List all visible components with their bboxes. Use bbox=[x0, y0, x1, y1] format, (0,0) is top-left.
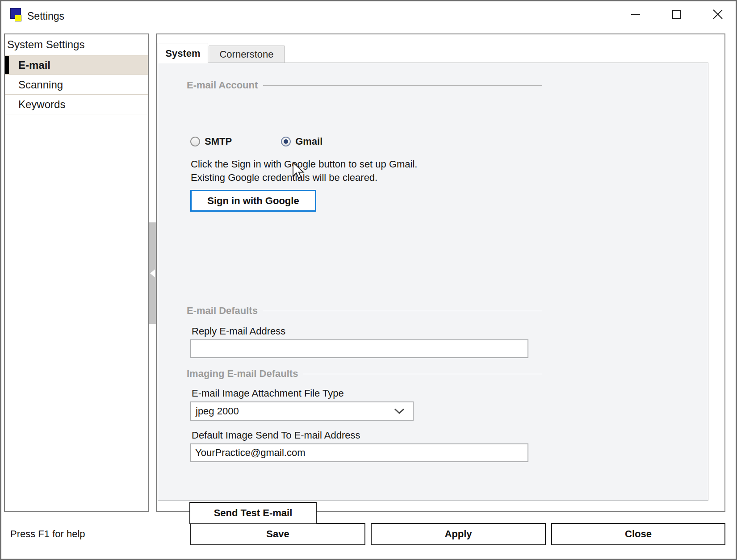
send-to-input[interactable] bbox=[190, 443, 528, 462]
chevron-down-icon bbox=[394, 405, 405, 417]
tab-system[interactable]: System bbox=[158, 43, 208, 63]
radio-selected-dot bbox=[284, 139, 288, 144]
group-rule bbox=[263, 311, 542, 311]
maximize-button[interactable] bbox=[657, 1, 697, 29]
help-text: Press F1 for help bbox=[10, 528, 85, 540]
smtp-radio[interactable] bbox=[190, 137, 200, 146]
reply-email-input[interactable] bbox=[190, 339, 528, 358]
minimize-button[interactable] bbox=[616, 1, 656, 29]
title-bar: Settings bbox=[1, 1, 736, 32]
save-button[interactable]: Save bbox=[190, 523, 365, 545]
group-heading-label: E-mail Account bbox=[187, 79, 258, 91]
file-type-label: E-mail Image Attachment File Type bbox=[192, 388, 344, 399]
sidebar-item-email[interactable]: E-mail bbox=[5, 55, 148, 75]
close-button[interactable] bbox=[698, 1, 737, 29]
send-test-email-button[interactable]: Send Test E-mail bbox=[189, 502, 317, 524]
sign-in-with-google-button[interactable]: Sign in with Google bbox=[190, 190, 316, 212]
sidebar: System Settings E-mail Scanning Keywords bbox=[4, 33, 149, 512]
group-heading-label: Imaging E-mail Defaults bbox=[187, 368, 298, 380]
gmail-radio[interactable] bbox=[281, 137, 291, 146]
sidebar-header: System Settings bbox=[5, 34, 148, 55]
sidebar-item-label: Scanning bbox=[18, 79, 63, 91]
system-tab-page: E-mail Account SMTP Gmail Click the Sign… bbox=[158, 63, 708, 501]
app-icon bbox=[10, 8, 23, 23]
group-rule bbox=[263, 85, 542, 86]
close-icon bbox=[712, 9, 723, 21]
close-dialog-button[interactable]: Close bbox=[551, 523, 725, 545]
group-heading-imaging-defaults: Imaging E-mail Defaults bbox=[187, 368, 542, 380]
sidebar-item-label: Keywords bbox=[18, 98, 65, 111]
sidebar-item-scanning[interactable]: Scanning bbox=[5, 75, 148, 95]
smtp-radio-label: SMTP bbox=[205, 136, 232, 147]
main-panel: System Cornerstone E-mail Account SMTP G… bbox=[156, 33, 725, 512]
settings-window: Settings System Settings E-mail Scanning bbox=[0, 0, 737, 560]
email-account-radio-row: SMTP Gmail bbox=[190, 136, 322, 147]
sidebar-item-label: E-mail bbox=[18, 59, 50, 71]
panel-splitter[interactable] bbox=[149, 222, 156, 324]
group-heading-label: E-mail Defaults bbox=[187, 305, 258, 317]
file-type-dropdown[interactable]: jpeg 2000 bbox=[190, 401, 414, 421]
selection-bar bbox=[5, 56, 9, 74]
mouse-cursor bbox=[293, 162, 306, 184]
apply-button[interactable]: Apply bbox=[371, 523, 546, 545]
reply-email-label: Reply E-mail Address bbox=[192, 326, 285, 337]
window-title: Settings bbox=[27, 10, 64, 22]
file-type-value: jpeg 2000 bbox=[196, 405, 239, 417]
gmail-radio-label: Gmail bbox=[295, 136, 322, 147]
group-rule bbox=[303, 374, 542, 374]
tab-label: Cornerstone bbox=[219, 49, 273, 60]
app-icon-yellow-square bbox=[15, 15, 21, 21]
tab-label: System bbox=[165, 48, 200, 59]
group-heading-email-defaults: E-mail Defaults bbox=[187, 305, 542, 317]
collapse-arrow-icon bbox=[150, 269, 155, 277]
send-to-label: Default Image Send To E-mail Address bbox=[192, 430, 360, 441]
minimize-icon bbox=[630, 9, 641, 21]
tab-cornerstone[interactable]: Cornerstone bbox=[209, 46, 285, 63]
maximize-icon bbox=[671, 9, 682, 21]
sidebar-item-keywords[interactable]: Keywords bbox=[5, 95, 148, 114]
group-heading-email-account: E-mail Account bbox=[187, 79, 542, 91]
